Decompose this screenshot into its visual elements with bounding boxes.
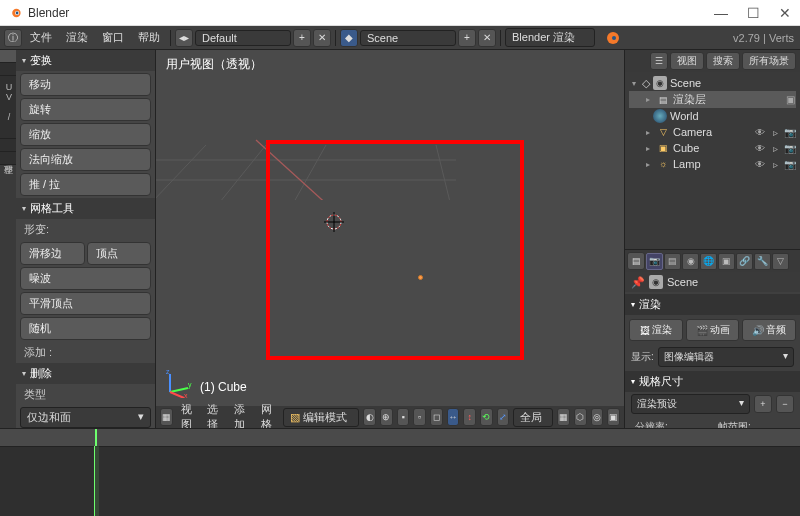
manip-scale-icon[interactable]: ⤢: [497, 408, 510, 426]
vis-icon[interactable]: 👁: [754, 143, 766, 154]
render-engine-select[interactable]: Blender 渲染: [505, 28, 595, 47]
maximize-button[interactable]: ☐: [746, 5, 760, 21]
manip-move-icon[interactable]: ↕: [463, 408, 476, 426]
rend-icon[interactable]: 📷: [784, 159, 796, 170]
close-button[interactable]: ✕: [778, 5, 792, 21]
preset-add-button[interactable]: +: [754, 395, 772, 413]
tab-renderlayers-icon[interactable]: ▤: [664, 253, 681, 270]
random-button[interactable]: 随机: [20, 317, 151, 340]
mode-select[interactable]: ▧编辑模式: [283, 408, 359, 427]
panel-transform-head[interactable]: 变换: [16, 50, 155, 71]
sel-icon[interactable]: ▹: [769, 159, 781, 170]
panel-meshtools-head[interactable]: 网格工具: [16, 198, 155, 219]
render-anim-button[interactable]: 🎬动画: [686, 319, 740, 341]
sel-icon[interactable]: ▹: [769, 143, 781, 154]
timeline-editor[interactable]: [0, 428, 800, 516]
shading-icon[interactable]: ◐: [363, 408, 376, 426]
restrict-icon[interactable]: ▣: [784, 94, 796, 105]
manip-rotate-icon[interactable]: ⟲: [480, 408, 493, 426]
hdr-view[interactable]: 视图: [177, 402, 200, 428]
rend-icon[interactable]: 📷: [784, 143, 796, 154]
render-preview-icon[interactable]: ▣: [607, 408, 620, 426]
add-scene-button[interactable]: +: [458, 29, 476, 47]
menu-file[interactable]: 文件: [24, 30, 58, 45]
sel-icon[interactable]: ▹: [769, 127, 781, 138]
3d-viewport[interactable]: 用户视图（透视） z y x (1) Cube ▦ 视图 选择 添加 网格 ▧编…: [156, 50, 624, 428]
panel-delete-head[interactable]: 删除: [16, 363, 155, 384]
tab-constraints-icon[interactable]: 🔗: [736, 253, 753, 270]
sel-edge-icon[interactable]: ▫: [413, 408, 426, 426]
remove-scene-button[interactable]: ✕: [478, 29, 496, 47]
pin-icon[interactable]: 📌: [631, 276, 645, 289]
tab-world-icon[interactable]: 🌐: [700, 253, 717, 270]
tab-shading[interactable]: UV / 着色: [0, 76, 16, 139]
tree-world-row[interactable]: World: [629, 108, 796, 124]
scene-field[interactable]: Scene: [360, 30, 456, 46]
hdr-add[interactable]: 添加: [230, 402, 253, 428]
tab-data-icon[interactable]: ▽: [772, 253, 789, 270]
menu-window[interactable]: 窗口: [96, 30, 130, 45]
editor-type-props-icon[interactable]: ▤: [627, 252, 645, 270]
editor-type-info-icon[interactable]: ⓘ: [4, 29, 22, 47]
delete-mode-select[interactable]: 仅边和面▾: [20, 407, 151, 428]
tab-grease[interactable]: 整理: [0, 152, 16, 165]
orientation-select[interactable]: 全局: [513, 408, 553, 427]
remove-layout-button[interactable]: ✕: [313, 29, 331, 47]
dimensions-panel-head[interactable]: 规格尺寸: [625, 371, 800, 392]
minimize-button[interactable]: —: [714, 5, 728, 21]
screen-layout-field[interactable]: Default: [195, 30, 291, 46]
render-button[interactable]: 🖼渲染: [629, 319, 683, 341]
menu-render[interactable]: 渲染: [60, 30, 94, 45]
tab-render-icon[interactable]: 📷: [646, 253, 663, 270]
menu-help[interactable]: 帮助: [132, 30, 166, 45]
editor-type-outliner-icon[interactable]: ☰: [650, 52, 668, 70]
render-audio-button[interactable]: 🔊音频: [742, 319, 796, 341]
tree-scene-row[interactable]: ▾◇◉Scene: [629, 75, 796, 91]
sel-face-icon[interactable]: ◻: [430, 408, 443, 426]
pivot-icon[interactable]: ⊕: [380, 408, 393, 426]
sel-vert-icon[interactable]: ▪: [397, 408, 410, 426]
preset-remove-button[interactable]: −: [776, 395, 794, 413]
vis-icon[interactable]: 👁: [754, 127, 766, 138]
back-icon[interactable]: ◂▸: [175, 29, 193, 47]
editor-type-3dview-icon[interactable]: ▦: [160, 408, 173, 426]
display-select[interactable]: 图像编辑器▾: [658, 347, 794, 367]
snap-icon[interactable]: ⬡: [574, 408, 587, 426]
tab-create[interactable]: 创建: [0, 63, 16, 76]
manipulator-toggle[interactable]: ↔: [447, 408, 460, 426]
timeline-ruler[interactable]: [0, 429, 800, 447]
edge-slide-button[interactable]: 滑移边: [20, 242, 85, 265]
scale-normal-button[interactable]: 法向缩放: [20, 148, 151, 171]
tree-renderlayers-row[interactable]: ▸▤渲染层▣: [629, 91, 796, 108]
outliner-search-button[interactable]: 搜索: [706, 52, 740, 70]
noise-button[interactable]: 噪波: [20, 267, 151, 290]
tree-camera-row[interactable]: ▸▽Camera👁▹📷: [629, 124, 796, 140]
hdr-mesh[interactable]: 网格: [257, 402, 280, 428]
tab-options[interactable]: 物体: [0, 139, 16, 152]
tab-tools[interactable]: 工具: [0, 50, 16, 63]
pushpull-button[interactable]: 推 / 拉: [20, 173, 151, 196]
tab-scene-icon[interactable]: ◉: [682, 253, 699, 270]
layers-icon[interactable]: ▦: [557, 408, 570, 426]
timeline-body[interactable]: [0, 447, 800, 516]
proportional-icon[interactable]: ◎: [591, 408, 604, 426]
smooth-vertex-button[interactable]: 平滑顶点: [20, 292, 151, 315]
tab-object-icon[interactable]: ▣: [718, 253, 735, 270]
outliner-filter-select[interactable]: 所有场景: [742, 52, 796, 70]
hdr-select[interactable]: 选择: [203, 402, 226, 428]
render-panel-head[interactable]: 渲染: [625, 294, 800, 315]
vertex-button[interactable]: 顶点: [87, 242, 152, 265]
rend-icon[interactable]: 📷: [784, 127, 796, 138]
timeline-playhead[interactable]: [95, 429, 97, 446]
tab-modifiers-icon[interactable]: 🔧: [754, 253, 771, 270]
add-layout-button[interactable]: +: [293, 29, 311, 47]
scale-button[interactable]: 缩放: [20, 123, 151, 146]
outliner-view-button[interactable]: 视图: [670, 52, 704, 70]
tree-cube-row[interactable]: ▸▣Cube👁▹📷: [629, 140, 796, 156]
vis-icon[interactable]: 👁: [754, 159, 766, 170]
render-preset-select[interactable]: 渲染预设▾: [631, 394, 750, 414]
move-button[interactable]: 移动: [20, 73, 151, 96]
scene-browse-icon[interactable]: ◆: [340, 29, 358, 47]
rotate-button[interactable]: 旋转: [20, 98, 151, 121]
tree-lamp-row[interactable]: ▸☼Lamp👁▹📷: [629, 156, 796, 172]
